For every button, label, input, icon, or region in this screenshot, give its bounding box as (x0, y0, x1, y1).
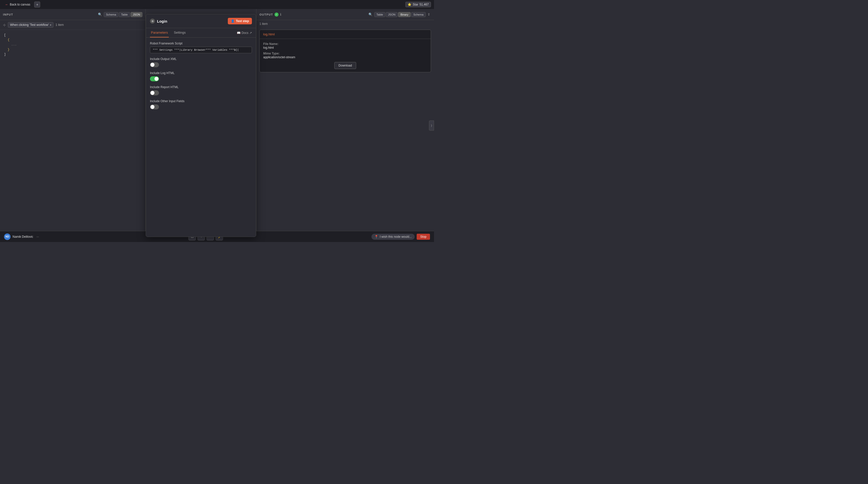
canvas-area: INPUT 🔍 Schema Table JSON ⊹ When clickin… (0, 9, 434, 242)
tab-schema-input[interactable]: Schema (104, 12, 118, 17)
tab-json-output[interactable]: JSON (386, 12, 398, 17)
toggle-track-report-html[interactable] (150, 90, 159, 95)
include-report-html-toggle[interactable] (150, 90, 159, 95)
github-icon: ⭐ (408, 3, 411, 6)
output-header-left: OUTPUT ✓ ℹ (259, 12, 281, 17)
success-badge: ✓ (275, 12, 279, 17)
tab-binary-output[interactable]: Binary (398, 12, 410, 17)
robot-framework-input[interactable]: *** Settings ***|Library Browser*** Vari… (150, 47, 252, 53)
output-card: log.html File Name: log.html Mime Type: … (259, 30, 431, 72)
modal-content: Robot Framework Script *** Settings ***|… (146, 38, 256, 118)
include-other-fields-toggle[interactable] (150, 104, 159, 109)
toggle-track-output-xml[interactable] (150, 62, 159, 67)
back-arrow-icon: ← (5, 2, 8, 6)
input-panel: INPUT 🔍 Schema Table JSON ⊹ When clickin… (0, 9, 146, 242)
workflow-bar: ⊹ When clicking 'Test workflow' ▾ 1 item (0, 20, 146, 30)
login-modal: ⚙ Login 👤 Test step Parameters Settings … (146, 14, 256, 237)
tab-json-input[interactable]: JSON (131, 12, 143, 17)
output-panel: OUTPUT ✓ ℹ 🔍 Table JSON Binary Schema ⇪ … (256, 9, 434, 242)
top-bar-left: ← Back to canvas + (3, 1, 40, 7)
include-output-xml-toggle-row (150, 62, 252, 67)
include-log-html-toggle[interactable] (150, 76, 159, 81)
input-panel-title: INPUT (3, 13, 13, 16)
back-label: Back to canvas (10, 3, 30, 6)
right-edge-panel-button[interactable]: ⟩ (429, 121, 434, 131)
modal-title: Login (157, 19, 167, 23)
input-search-button[interactable]: 🔍 (97, 12, 103, 17)
workflow-label: When clicking 'Test workflow' (10, 23, 49, 27)
include-report-html-toggle-row (150, 90, 252, 95)
input-tab-group: Schema Table JSON (104, 12, 143, 17)
include-report-html-label: Include Report HTML (150, 85, 252, 89)
toggle-thumb-log-html (154, 77, 158, 81)
mime-type-value: application/octet-stream (263, 56, 295, 59)
toggle-thumb-output-xml (150, 63, 154, 67)
github-star-button[interactable]: ⭐ Star 51,467 (405, 2, 431, 7)
person-icon: 👤 (231, 19, 235, 23)
toggle-track-log-html[interactable] (150, 76, 159, 81)
test-step-button[interactable]: 👤 Test step (228, 18, 252, 24)
output-search-button[interactable]: 🔍 (368, 12, 373, 17)
modal-tab-list: Parameters Settings (150, 28, 191, 37)
tab-settings[interactable]: Settings (173, 28, 187, 37)
download-button[interactable]: Download (334, 62, 356, 69)
modal-header: ⚙ Login 👤 Test step (146, 14, 256, 28)
file-name-label: File Name: (263, 42, 279, 46)
add-node-button[interactable]: + (34, 1, 40, 7)
include-log-html-label: Include Log HTML (150, 71, 252, 75)
output-tab-group: Table JSON Binary Schema (374, 12, 426, 17)
robot-framework-label: Robot Framework Script (150, 42, 252, 45)
bottom-left: ND Namik Delilovic ··· (4, 233, 40, 240)
back-to-canvas-button[interactable]: ← Back to canvas (3, 1, 32, 7)
info-icon[interactable]: ℹ (280, 12, 281, 16)
external-link-icon: ↗ (249, 31, 252, 35)
include-output-xml-label: Include Output XML (150, 57, 252, 61)
top-bar-right: ⭐ Star 51,467 (405, 2, 431, 7)
docs-link[interactable]: 📖 Docs ↗ (237, 31, 252, 35)
user-more-button[interactable]: ··· (35, 234, 40, 239)
modal-title-area: ⚙ Login (150, 19, 167, 24)
star-label: Star (413, 3, 418, 6)
output-pin-button[interactable]: ⇪ (427, 12, 431, 17)
tab-table-output[interactable]: Table (374, 12, 385, 17)
include-other-fields-label: Include Other Input Fields (150, 99, 252, 103)
avatar: ND (4, 233, 10, 240)
json-line-2: { (4, 38, 142, 42)
output-card-body: File Name: log.html Mime Type: applicati… (260, 39, 431, 72)
include-output-xml-wrapper: Include Output XML (150, 57, 252, 67)
input-item-count: 1 item (56, 23, 64, 27)
feedback-bubble[interactable]: 📍 I wish this node would... (371, 234, 415, 240)
tab-schema-output[interactable]: Schema (411, 12, 426, 17)
mime-type-label: Mime Type: (263, 52, 280, 55)
docs-label: Docs (242, 31, 248, 35)
toggle-thumb-other-fields (150, 105, 154, 109)
chevron-right-icon: ⟩ (431, 124, 432, 127)
modal-node-icon: ⚙ (150, 19, 155, 24)
include-other-fields-toggle-row (150, 104, 252, 109)
output-panel-title: OUTPUT (259, 13, 273, 16)
toggle-track-other-fields[interactable] (150, 104, 159, 109)
include-log-html-toggle-row (150, 76, 252, 81)
feedback-text: I wish this node would... (380, 235, 412, 238)
json-line-3: ... (4, 42, 142, 47)
input-panel-header: INPUT 🔍 Schema Table JSON (0, 9, 146, 20)
include-report-html-wrapper: Include Report HTML (150, 85, 252, 95)
include-output-xml-toggle[interactable] (150, 62, 159, 67)
user-name: Namik Delilovic (12, 235, 33, 238)
stop-button[interactable]: Stop (417, 234, 430, 240)
json-display: [ { ... } ] (0, 30, 146, 60)
workflow-selector[interactable]: When clicking 'Test workflow' ▾ (8, 22, 54, 28)
tab-table-input[interactable]: Table (119, 12, 130, 17)
include-log-html-wrapper: Include Log HTML (150, 71, 252, 81)
cursor-icon: ⊹ (3, 23, 6, 27)
json-line-4: } (4, 47, 142, 52)
toggle-thumb-report-html (150, 91, 154, 95)
modal-tabs: Parameters Settings 📖 Docs ↗ (146, 28, 256, 38)
json-line-1: [ (4, 33, 142, 38)
gear-icon: ⚙ (151, 20, 154, 23)
top-bar: ← Back to canvas + ⭐ Star 51,467 (0, 0, 434, 9)
pin-icon: 📍 (374, 235, 378, 238)
tab-parameters[interactable]: Parameters (150, 28, 169, 37)
input-header-controls: 🔍 Schema Table JSON (97, 12, 143, 17)
output-card-title: log.html (260, 30, 431, 39)
